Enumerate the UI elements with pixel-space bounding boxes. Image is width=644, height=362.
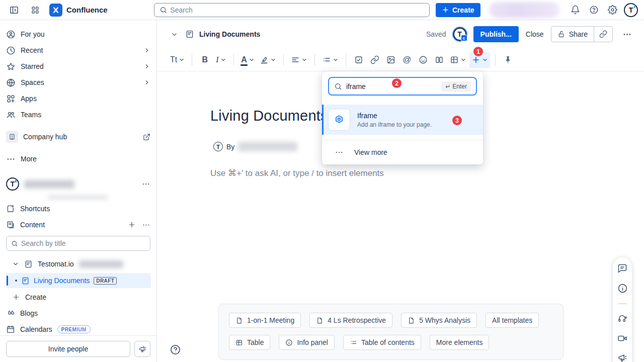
mention-button[interactable]: @: [399, 52, 415, 68]
element-search-input[interactable]: [346, 82, 386, 90]
iframe-icon-box: [328, 109, 350, 131]
help-icon[interactable]: [587, 3, 601, 17]
collapse-sidebar-icon[interactable]: [7, 3, 21, 17]
unlock-icon: [557, 30, 566, 38]
template-5-whys-analysis[interactable]: 5 Whys Analysis: [401, 313, 477, 328]
global-search-input[interactable]: [170, 6, 424, 14]
lists-button[interactable]: [320, 52, 341, 68]
announcements-megaphone-icon[interactable]: [617, 353, 627, 362]
task-button[interactable]: [351, 52, 366, 68]
megaphone-icon: [138, 345, 147, 353]
columns-icon: [435, 55, 444, 64]
close-button[interactable]: Close: [526, 30, 544, 38]
feedback-megaphone-button[interactable]: [134, 341, 150, 357]
share-button[interactable]: Share: [551, 27, 594, 42]
sidebar-item-teams[interactable]: Teams: [0, 107, 156, 123]
content-search-input[interactable]: [21, 239, 145, 247]
more-elements-button[interactable]: More elements: [430, 335, 490, 350]
align-button[interactable]: [289, 52, 309, 68]
sidebar-item-more[interactable]: More: [0, 151, 156, 167]
video-icon[interactable]: [617, 333, 627, 343]
sidebar-item-shortcuts[interactable]: Shortcuts: [0, 201, 156, 217]
pin-toolbar-button[interactable]: [501, 52, 516, 68]
copy-link-button[interactable]: [594, 27, 612, 42]
bold-button[interactable]: B: [197, 52, 212, 68]
all-templates-button[interactable]: All templates: [486, 313, 539, 328]
details-info-icon[interactable]: [617, 283, 628, 294]
insert-link-button[interactable]: [367, 52, 382, 68]
insert-toc-shortcut[interactable]: Table of contents: [343, 335, 421, 350]
comments-icon[interactable]: [617, 263, 627, 274]
star-icon: [6, 62, 16, 71]
tree-item-living-documents[interactable]: Living Documents DRAFT: [6, 273, 151, 288]
sidebar-item-blogs[interactable]: Blogs: [0, 305, 156, 321]
content-icon: [6, 220, 15, 229]
collaborator-avatar[interactable]: T c: [453, 28, 466, 41]
add-content-icon[interactable]: [128, 221, 136, 229]
sidebar-item-starred[interactable]: Starred: [0, 58, 156, 74]
publish-button[interactable]: Publish...: [473, 26, 519, 42]
redacted-banner: [489, 2, 559, 18]
shortcuts-icon: [6, 204, 15, 213]
space-header[interactable]: T: [0, 174, 156, 194]
tree-item-root[interactable]: Testomat.io: [0, 256, 156, 272]
invite-people-button[interactable]: Invite people: [6, 341, 130, 357]
template-1on1-meeting[interactable]: 1-on-1 Meeting: [229, 313, 301, 328]
layouts-button[interactable]: [432, 52, 447, 68]
insert-table-button[interactable]: [448, 52, 468, 68]
chevron-down-icon: [220, 57, 226, 63]
sidebar-item-spaces[interactable]: Spaces: [0, 74, 156, 90]
content-search[interactable]: [6, 236, 150, 251]
template-4ls-retrospective[interactable]: 4 Ls Retrospective: [309, 313, 392, 328]
breadcrumb-chevron-down-icon[interactable]: [167, 27, 181, 41]
sidebar-item-apps[interactable]: Apps: [0, 90, 156, 107]
iframe-icon: [334, 114, 345, 125]
support-headset-icon[interactable]: [617, 314, 627, 324]
doc-header: Living Documents Saved T c Publish... Cl…: [157, 20, 644, 48]
confluence-logo[interactable]: [49, 4, 62, 17]
editor-toolbar: Tt B I A: [157, 48, 644, 71]
sidebar-item-for-you[interactable]: For you: [0, 26, 156, 42]
emoji-icon: [419, 55, 428, 64]
insert-image-button[interactable]: [383, 52, 398, 68]
annotation-step-2: 2: [392, 78, 401, 88]
page-title[interactable]: Living Documents: [210, 108, 328, 124]
sidebar-item-company-hub[interactable]: Company hub: [0, 129, 156, 145]
chevron-down-icon: [301, 57, 307, 63]
content-more-icon[interactable]: [142, 221, 150, 229]
view-more-item[interactable]: View more: [322, 140, 483, 164]
sidebar-item-recent[interactable]: Recent: [0, 42, 156, 58]
top-bar: Confluence Create T: [0, 0, 644, 20]
clock-icon: [6, 46, 16, 55]
sidebar-item-content[interactable]: Content: [0, 217, 156, 233]
create-button[interactable]: Create: [436, 3, 480, 17]
align-left-icon: [291, 55, 300, 64]
app-switcher-icon[interactable]: [28, 3, 42, 17]
text-color-button[interactable]: A: [239, 52, 257, 68]
insert-table-shortcut[interactable]: Table: [229, 335, 270, 350]
teams-icon: [6, 110, 16, 120]
global-search[interactable]: [154, 3, 430, 17]
italic-button[interactable]: I: [213, 52, 228, 68]
author-avatar: T: [213, 142, 223, 151]
notifications-icon[interactable]: [568, 3, 582, 17]
collab-badge: c: [461, 35, 467, 41]
ellipsis-icon: [335, 148, 344, 157]
share-button-group: Share: [551, 26, 613, 42]
doc-more-icon[interactable]: [620, 27, 634, 41]
chevron-right-icon: [143, 47, 150, 54]
topbar-right: T: [489, 2, 644, 18]
sidebar-create-page[interactable]: Create: [0, 289, 156, 305]
user-avatar[interactable]: T: [624, 3, 638, 17]
settings-gear-icon[interactable]: [605, 3, 619, 17]
help-bubble-icon[interactable]: [170, 344, 181, 355]
byline: T By: [213, 142, 297, 151]
highlight-button[interactable]: [258, 52, 278, 68]
element-search-field[interactable]: ↵ Enter: [328, 77, 477, 96]
space-more-icon[interactable]: [141, 179, 150, 189]
emoji-button[interactable]: [416, 52, 431, 68]
breadcrumb-title[interactable]: Living Documents: [199, 30, 260, 38]
pin-icon: [504, 55, 512, 64]
text-styles-button[interactable]: Tt: [168, 52, 187, 68]
insert-info-panel-shortcut[interactable]: Info panel: [279, 335, 335, 350]
